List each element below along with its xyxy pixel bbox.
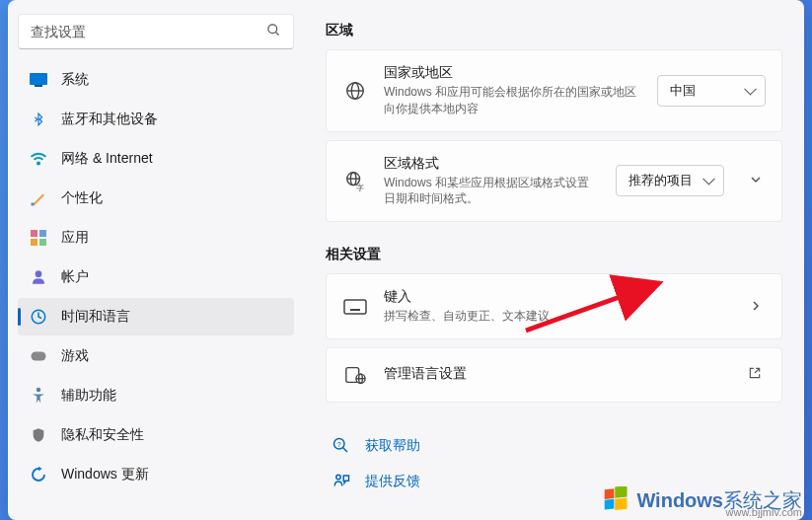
svg-rect-6 — [31, 230, 37, 237]
card-title: 键入 — [384, 288, 724, 306]
link-label: 提供反馈 — [365, 473, 420, 490]
nav-personalization[interactable]: 个性化 — [18, 180, 294, 217]
format-dropdown[interactable]: 推荐的项目 — [616, 165, 724, 196]
wifi-icon — [30, 150, 47, 168]
country-dropdown[interactable]: 中国 — [657, 75, 766, 107]
svg-line-1 — [275, 32, 278, 35]
nav-windows-update[interactable]: Windows 更新 — [18, 456, 294, 493]
search-icon — [266, 23, 281, 40]
nav-accessibility[interactable]: 辅助功能 — [18, 377, 294, 414]
svg-point-0 — [268, 25, 277, 34]
nav-list: 系统 蓝牙和其他设备 网络 & Internet 个性化 应用 帐户 — [18, 61, 294, 493]
chevron-right-icon — [746, 295, 766, 319]
system-icon — [30, 71, 47, 89]
svg-rect-38 — [605, 499, 615, 510]
shield-icon — [30, 426, 47, 444]
search-box[interactable] — [18, 14, 294, 49]
card-typing[interactable]: 键入 拼写检查、自动更正、文本建议 — [326, 273, 782, 339]
globe-text-icon: 字 — [342, 168, 368, 193]
card-body: 键入 拼写检查、自动更正、文本建议 — [384, 288, 724, 325]
svg-line-31 — [755, 369, 760, 374]
svg-point-10 — [36, 270, 42, 277]
accessibility-icon — [30, 387, 47, 405]
windows-logo-icon — [603, 486, 630, 514]
gamepad-icon — [30, 347, 47, 365]
nav-label: 蓝牙和其他设备 — [61, 111, 158, 128]
svg-text:?: ? — [337, 440, 341, 449]
card-body: 区域格式 Windows 和某些应用根据区域格式设置日期和时间格式。 — [384, 155, 600, 208]
nav-network[interactable]: 网络 & Internet — [18, 140, 294, 178]
brush-icon — [30, 189, 47, 207]
card-title: 区域格式 — [384, 155, 600, 173]
nav-apps[interactable]: 应用 — [18, 219, 294, 257]
section-region-title: 区域 — [326, 22, 782, 39]
card-title: 管理语言设置 — [384, 365, 722, 383]
card-admin-language[interactable]: 管理语言设置 — [326, 347, 782, 403]
nav-privacy[interactable]: 隐私和安全性 — [18, 416, 294, 454]
section-related-title: 相关设置 — [326, 246, 782, 263]
nav-time-language[interactable]: 时间和语言 — [18, 298, 294, 335]
nav-label: 系统 — [61, 71, 89, 89]
svg-point-13 — [37, 388, 41, 393]
nav-label: 个性化 — [61, 189, 103, 207]
nav-accounts[interactable]: 帐户 — [18, 259, 294, 296]
clock-globe-icon — [30, 308, 47, 326]
card-desc: 拼写检查、自动更正、文本建议 — [384, 308, 724, 325]
main-content: 区域 国家或地区 Windows 和应用可能会根据你所在的国家或地区向你提供本地… — [304, 0, 804, 520]
card-desc: Windows 和应用可能会根据你所在的国家或地区向你提供本地内容 — [384, 84, 641, 117]
help-icon: ? — [332, 436, 351, 456]
card-region-format[interactable]: 字 区域格式 Windows 和某些应用根据区域格式设置日期和时间格式。 推荐的… — [326, 140, 782, 223]
svg-rect-9 — [39, 239, 46, 246]
nav-system[interactable]: 系统 — [18, 61, 294, 99]
watermark: Windows系统之家 — [593, 481, 812, 520]
svg-rect-8 — [31, 239, 37, 246]
nav-label: Windows 更新 — [61, 466, 149, 483]
settings-window: 系统 蓝牙和其他设备 网络 & Internet 个性化 应用 帐户 — [8, 0, 804, 520]
card-body: 国家或地区 Windows 和应用可能会根据你所在的国家或地区向你提供本地内容 — [384, 64, 641, 117]
svg-point-4 — [37, 162, 39, 164]
nav-label: 应用 — [61, 229, 89, 247]
nav-label: 时间和语言 — [61, 308, 130, 326]
nav-label: 帐户 — [61, 268, 89, 286]
svg-rect-12 — [32, 352, 46, 361]
admin-lang-icon — [342, 362, 368, 388]
nav-label: 辅助功能 — [61, 387, 116, 405]
apps-icon — [30, 229, 47, 247]
link-label: 获取帮助 — [365, 437, 420, 455]
keyboard-icon — [342, 294, 368, 320]
card-country-region[interactable]: 国家或地区 Windows 和应用可能会根据你所在的国家或地区向你提供本地内容 … — [326, 49, 782, 132]
svg-rect-35 — [616, 486, 627, 498]
bluetooth-icon — [30, 111, 47, 128]
watermark-text: Windows系统之家 — [636, 487, 802, 514]
svg-rect-3 — [35, 85, 42, 87]
nav-gaming[interactable]: 游戏 — [18, 337, 294, 375]
svg-rect-36 — [605, 488, 615, 499]
svg-rect-21 — [344, 300, 366, 314]
nav-bluetooth[interactable]: 蓝牙和其他设备 — [18, 101, 294, 138]
svg-point-34 — [336, 475, 341, 480]
svg-rect-7 — [39, 230, 46, 237]
card-desc: Windows 和某些应用根据区域格式设置日期和时间格式。 — [384, 175, 600, 208]
external-link-icon — [744, 362, 766, 387]
nav-label: 游戏 — [61, 347, 89, 365]
card-body: 管理语言设置 — [384, 365, 722, 385]
update-icon — [30, 466, 47, 483]
link-get-help[interactable]: ? 获取帮助 — [326, 428, 782, 464]
svg-text:字: 字 — [356, 184, 364, 191]
account-icon — [30, 268, 47, 286]
card-title: 国家或地区 — [384, 64, 641, 82]
nav-label: 网络 & Internet — [61, 150, 153, 168]
svg-rect-5 — [32, 203, 35, 206]
feedback-icon — [332, 472, 351, 491]
svg-rect-2 — [30, 73, 47, 85]
chevron-down-icon[interactable] — [746, 169, 766, 192]
search-input[interactable] — [31, 24, 266, 39]
svg-rect-37 — [616, 497, 627, 510]
globe-icon — [342, 78, 368, 104]
nav-label: 隐私和安全性 — [61, 426, 144, 444]
sidebar: 系统 蓝牙和其他设备 网络 & Internet 个性化 应用 帐户 — [8, 0, 304, 520]
